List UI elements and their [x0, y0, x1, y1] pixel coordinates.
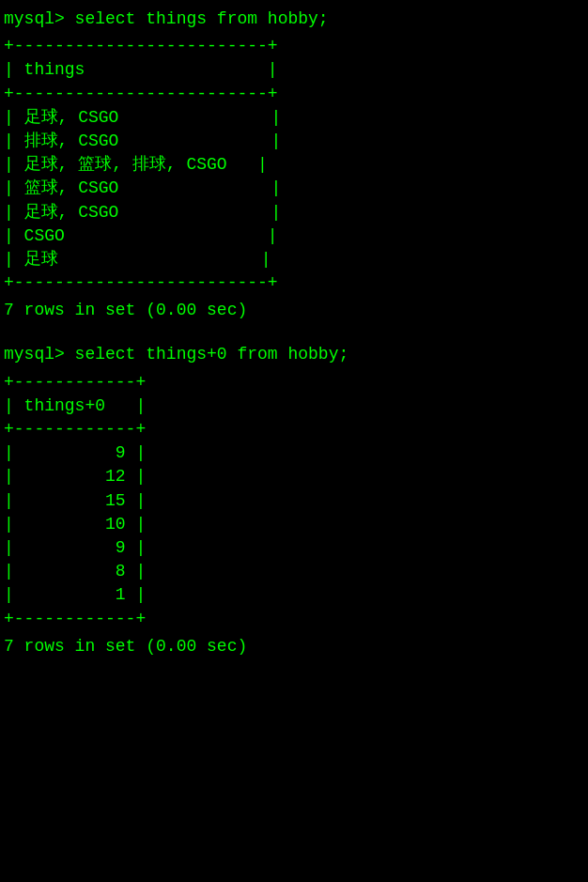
table-1-header: | things | [4, 58, 281, 82]
table-row: | 15 | [4, 489, 146, 513]
result-1: 7 rows in set (0.00 sec) [4, 299, 584, 322]
table-row: | 9 | [4, 536, 146, 560]
table-row: | 足球, 篮球, 排球, CSGO | [4, 153, 281, 177]
table-1-border-bot: +-------------------------+ [4, 271, 281, 295]
query-block-1: mysql> select things from hobby; +------… [4, 8, 584, 322]
table-row: | 排球, CSGO | [4, 130, 281, 153]
table-row: | 9 | [4, 441, 146, 465]
table-row: | 8 | [4, 560, 146, 583]
table-row: | 1 | [4, 583, 146, 607]
table-row: | 足球, CSGO | [4, 106, 281, 130]
table-2: +------------+ | things+0 | +-----------… [4, 371, 146, 631]
table-2-header: | things+0 | [4, 395, 146, 418]
table-1: +-------------------------+ | things | +… [4, 35, 281, 295]
table-row: | CSGO | [4, 224, 281, 248]
table-row: | 足球 | [4, 248, 281, 271]
prompt-1: mysql> select things from hobby; [4, 8, 584, 31]
table-2-border-bot: +------------+ [4, 608, 146, 631]
prompt-2: mysql> select things+0 from hobby; [4, 343, 584, 366]
table-row: | 10 | [4, 513, 146, 536]
result-2: 7 rows in set (0.00 sec) [4, 635, 584, 658]
table-2-border-top: +------------+ [4, 371, 146, 395]
table-2-border-mid: +------------+ [4, 418, 146, 441]
query-block-2: mysql> select things+0 from hobby; +----… [4, 343, 584, 658]
table-1-border-mid: +-------------------------+ [4, 83, 281, 106]
table-row: | 足球, CSGO | [4, 201, 281, 224]
table-1-border-top: +-------------------------+ [4, 35, 281, 58]
table-row: | 12 | [4, 465, 146, 488]
table-row: | 篮球, CSGO | [4, 177, 281, 200]
